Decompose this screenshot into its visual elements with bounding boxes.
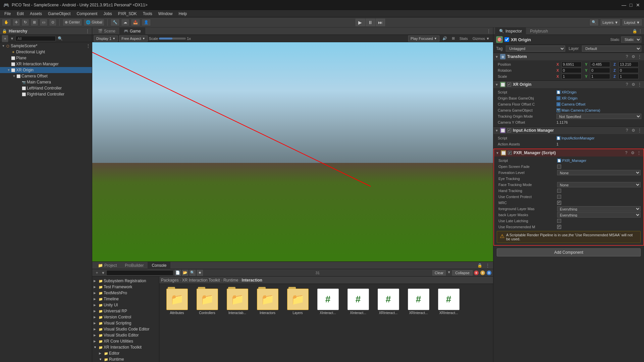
hand-tracking-checkbox[interactable]	[557, 189, 561, 193]
comp-help-btn[interactable]: ?	[624, 150, 629, 156]
camera-floor-value[interactable]: ⊙ Camera Offset	[556, 102, 641, 106]
view-tab-menu-btn[interactable]: ⋮	[486, 28, 491, 34]
layer-dropdown[interactable]: Default	[582, 46, 641, 52]
comp-settings-btn[interactable]: ⚙	[631, 54, 636, 59]
project-sidebar-item[interactable]: ▶ 📁 Timeline	[92, 296, 159, 302]
sound-toggle-btn[interactable]: 🔊	[441, 36, 449, 41]
face-tracking-dropdown[interactable]: None	[557, 182, 641, 187]
project-sidebar-item[interactable]: ▶ 📁 Universal RP	[92, 308, 159, 314]
tab-project[interactable]: 📁 Project	[94, 262, 121, 269]
hierarchy-item-samplescene[interactable]: ▼ ⬡ SampleScene* ⋮	[0, 43, 92, 49]
hierarchy-search-input[interactable]	[15, 36, 56, 41]
tool-hand[interactable]: ✋	[2, 19, 11, 26]
scale-bar[interactable]	[159, 38, 186, 40]
project-filter-btn[interactable]: 🔍	[190, 270, 196, 276]
layout-toggle-btn[interactable]: ⊞	[450, 36, 457, 41]
pxr-header[interactable]: ▼ ⬜ PXR_Manager (Script) ? ⚙ ⋮	[494, 149, 643, 157]
menu-item-file[interactable]: File	[2, 11, 13, 17]
clear-btn[interactable]: Clear	[432, 270, 446, 276]
cloud-btn[interactable]: 📤	[131, 19, 140, 26]
comp-settings-btn[interactable]: ⚙	[631, 82, 636, 87]
snap-btn[interactable]: 🔧	[110, 19, 120, 26]
comp-more-btn[interactable]: ⋮	[637, 54, 642, 59]
pivot-center-btn[interactable]: ⊕ Center	[62, 19, 82, 26]
menu-item-assets[interactable]: Assets	[27, 11, 45, 17]
mrc-checkbox[interactable]	[557, 201, 561, 205]
scale-y-input[interactable]	[590, 74, 610, 79]
comp-help-btn[interactable]: ?	[624, 54, 630, 59]
project-sidebar-item[interactable]: ▼ 📁 Runtime	[92, 356, 159, 362]
back-layer-dropdown[interactable]: Everything	[557, 212, 641, 218]
xr-origin-header[interactable]: ▼ ⬜ XR Origin ? ⚙ ⋮	[493, 81, 644, 88]
use-late-latching-checkbox[interactable]	[557, 219, 561, 223]
pxr-enable-checkbox[interactable]	[508, 151, 512, 155]
menu-item-tools[interactable]: Tools	[140, 11, 155, 17]
collapse-btn[interactable]: Collapse	[452, 270, 473, 276]
project-add-btn[interactable]: +	[94, 270, 100, 276]
inspector-menu-btn[interactable]: ⋮	[638, 29, 642, 34]
hierarchy-item-righthand[interactable]: ⬜ RightHand Controller	[0, 91, 92, 97]
search-btn[interactable]: 🔍	[589, 19, 599, 26]
pivot-global-btn[interactable]: 🌐 Global	[84, 19, 105, 26]
tab-scene[interactable]: 🎬 Scene	[94, 27, 120, 35]
rotation-z-input[interactable]	[619, 68, 639, 73]
menu-item-help[interactable]: Help	[176, 11, 190, 17]
item-more-icon[interactable]: ⋮	[86, 43, 91, 49]
hierarchy-lock-btn[interactable]: 🔒	[2, 28, 7, 34]
pause-button[interactable]: ⏸	[366, 19, 375, 26]
project-sidebar-item[interactable]: ▶ 📁 Visual Studio Code Editor	[92, 326, 159, 332]
tab-inspector[interactable]: 🔍 Inspector	[495, 27, 526, 35]
iam-enable-checkbox[interactable]	[507, 128, 511, 132]
hierarchy-item-plane[interactable]: ⬜ Plane	[0, 55, 92, 61]
project-sidebar-item[interactable]: ▶ 📁 Visual Studio Editor	[92, 332, 159, 338]
gizmos-btn[interactable]: Gizmos ▼	[471, 36, 491, 41]
hierarchy-item-main-camera[interactable]: 📷 Main Camera	[0, 79, 92, 85]
origin-base-value[interactable]: ⊙ XR Origin	[556, 96, 641, 100]
project-sidebar-item[interactable]: ▶ 📁 TextMeshPro	[92, 290, 159, 296]
iam-script-value[interactable]: 📄 InputActionManager	[556, 136, 641, 140]
script-value[interactable]: 📄 XROrigin	[556, 90, 641, 94]
maximize-button[interactable]: □	[628, 2, 634, 8]
bottom-menu-btn[interactable]: ⋮	[484, 262, 491, 269]
project-search-input[interactable]	[106, 270, 173, 276]
foveation-dropdown[interactable]: None	[557, 170, 641, 175]
project-file-view-btn[interactable]: 📄	[175, 270, 181, 276]
comp-settings-btn[interactable]: ⚙	[631, 128, 636, 133]
stats-btn[interactable]: Stats	[458, 36, 470, 41]
tracking-origin-dropdown[interactable]: Not Specified	[556, 114, 641, 119]
project-folder-btn[interactable]: 📂	[182, 270, 188, 276]
xr-origin-enable-checkbox[interactable]	[507, 82, 511, 86]
tool-rect[interactable]: ▭	[40, 19, 48, 26]
bc-packages[interactable]: Packages	[161, 278, 179, 283]
comp-settings-btn[interactable]: ⚙	[630, 150, 635, 156]
file-item-xinteract...[interactable]: # XInteract...	[344, 287, 372, 316]
menu-item-pxr_sdk[interactable]: PXR_SDK	[115, 11, 140, 17]
file-item-interactab...[interactable]: 📁 Interactab...	[223, 287, 252, 316]
position-z-input[interactable]	[619, 62, 639, 67]
tab-probuilder[interactable]: ProBuilder	[121, 262, 148, 269]
transform-header[interactable]: ▼ ⊕ Transform ? ⚙ ⋮	[493, 53, 644, 60]
file-item-xrinteract...[interactable]: # XRInteract...	[374, 287, 402, 316]
file-item-controllers[interactable]: 📁 Controllers	[193, 287, 221, 316]
hierarchy-search-icon[interactable]: 🔍	[57, 36, 63, 41]
tool-move[interactable]: ✛	[12, 19, 20, 26]
hierarchy-menu-btn[interactable]: ⋮	[85, 28, 90, 34]
file-item-attributes[interactable]: 📁 Attributes	[163, 287, 191, 316]
object-active-checkbox[interactable]	[504, 37, 509, 42]
hierarchy-item-camera-offset[interactable]: ▼ ⬜ Camera Offset	[0, 73, 92, 79]
file-item-interactors[interactable]: 📁 Interactors	[253, 287, 282, 316]
bc-xr-toolkit[interactable]: XR Interaction Toolkit	[182, 278, 220, 283]
minimize-button[interactable]: —	[621, 2, 627, 8]
project-sidebar-item[interactable]: ▼ 📁 XR Interaction Toolkit	[92, 344, 159, 350]
aspect-dropdown[interactable]: Free Aspect ▼	[119, 36, 148, 42]
comp-more-btn[interactable]: ⋮	[636, 150, 642, 156]
open-screen-fade-checkbox[interactable]	[557, 165, 561, 169]
pxr-script-value[interactable]: 📄 PXR_Manager	[557, 159, 641, 163]
project-sidebar-item[interactable]: ▶ 📁 Test Framework	[92, 284, 159, 290]
tool-rotate[interactable]: ↻	[21, 19, 29, 26]
file-item-xrinteract...[interactable]: # XRInteract...	[404, 287, 433, 316]
comp-help-btn[interactable]: ?	[624, 128, 630, 133]
scale-z-input[interactable]	[619, 74, 639, 79]
rotation-x-input[interactable]	[561, 68, 582, 73]
tag-dropdown[interactable]: Untagged	[506, 46, 565, 52]
